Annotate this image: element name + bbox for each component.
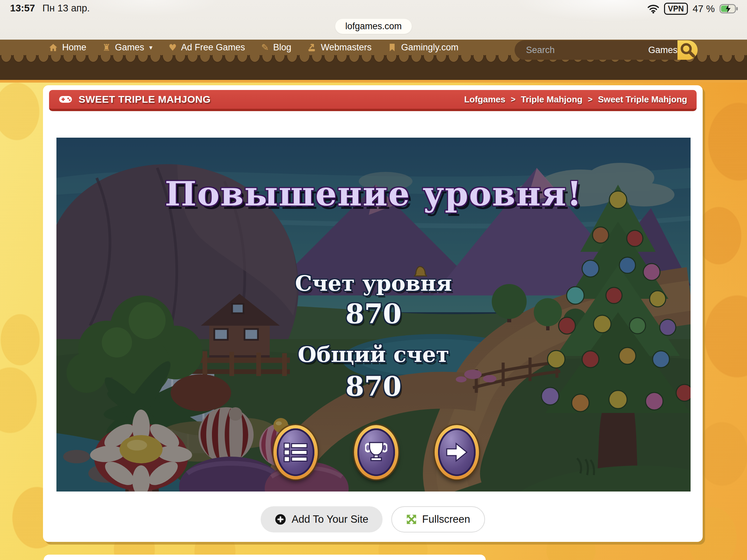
wifi-icon (647, 4, 659, 14)
search-input[interactable] (515, 40, 648, 60)
url-pill[interactable]: lofgames.com (335, 19, 412, 34)
orange-divider (0, 80, 747, 83)
breadcrumb-separator: > (588, 95, 592, 104)
fullscreen-label: Fullscreen (422, 513, 470, 526)
trophy-icon (365, 441, 387, 463)
nav-item-webmasters[interactable]: Webmasters (307, 42, 371, 53)
nav-label: Games (115, 42, 144, 53)
nav-item-gamingly[interactable]: Gamingly.com (388, 42, 459, 53)
status-right: VPN 47 % (647, 3, 738, 15)
nav-label: Blog (273, 42, 291, 53)
nav-label: Webmasters (321, 42, 371, 53)
breadcrumb-separator: > (511, 95, 516, 104)
upload-icon (307, 43, 316, 52)
nav-item-home[interactable]: Home (49, 42, 86, 53)
game-header: SWEET TRIPLE MAHJONG Lofgames > Triple M… (49, 90, 697, 111)
heart-icon: ♥ (169, 43, 177, 52)
status-left: 13:57 Пн 13 апр. (10, 3, 90, 14)
actions-row: Add To Your Site Fullscreen (43, 506, 703, 532)
achievements-button-face (357, 428, 395, 476)
levelup-title: Повышение уровня! (56, 174, 691, 214)
nav-item-blog[interactable]: ✎ Blog (261, 42, 291, 53)
game-viewport[interactable]: Повышение уровня! Счет уровня 870 Общий … (56, 138, 691, 491)
game-card: SWEET TRIPLE MAHJONG Lofgames > Triple M… (43, 85, 703, 542)
arrow-right-icon (446, 443, 467, 462)
status-bar: 13:57 Пн 13 апр. lofgames.com VPN 47 % (0, 0, 747, 39)
battery-charging-icon (719, 4, 738, 14)
gamepad-icon (58, 95, 73, 104)
game-header-left: SWEET TRIPLE MAHJONG (58, 94, 211, 105)
pencil-icon: ✎ (261, 43, 269, 52)
bookmark-icon (388, 43, 397, 52)
total-score-value: 870 (56, 371, 691, 402)
battery-percent: 47 % (693, 3, 715, 15)
nav-label: Gamingly.com (401, 42, 459, 53)
next-level-button-face (438, 428, 475, 476)
plus-circle-icon (275, 514, 286, 525)
game-menu-button-face (277, 428, 314, 476)
home-icon (49, 43, 58, 52)
add-to-your-site-label: Add To Your Site (291, 513, 368, 526)
next-content-card (44, 555, 486, 560)
list-menu-icon (283, 442, 308, 462)
next-level-button[interactable] (435, 425, 479, 479)
breadcrumb-current: Sweet Triple Mahjong (598, 94, 687, 105)
search-bar: Games (515, 40, 697, 60)
magnifier-icon (679, 42, 696, 58)
total-score-label: Общий счет (56, 342, 691, 367)
ipad-screen: 13:57 Пн 13 апр. lofgames.com VPN 47 % (0, 0, 747, 560)
chevron-down-icon: ▾ (149, 44, 153, 51)
breadcrumb-triple-mahjong[interactable]: Triple Mahjong (521, 94, 583, 105)
level-score-value: 870 (56, 298, 691, 330)
search-category-value: Games (648, 45, 677, 55)
search-button[interactable] (677, 40, 698, 60)
chess-rook-icon: ♜ (102, 43, 110, 52)
nav-item-ad-free-games[interactable]: ♥ Ad Free Games (169, 42, 245, 53)
nav-label: Home (62, 42, 86, 53)
breadcrumb: Lofgames > Triple Mahjong > Sweet Triple… (464, 94, 687, 105)
fullscreen-icon (406, 514, 417, 525)
achievements-button[interactable] (354, 425, 398, 479)
fullscreen-button[interactable]: Fullscreen (391, 506, 485, 532)
page-title: SWEET TRIPLE MAHJONG (79, 94, 211, 105)
nav-item-games[interactable]: ♜ Games ▾ (102, 42, 153, 53)
level-score-label: Счет уровня (56, 271, 691, 296)
game-menu-button[interactable] (274, 425, 318, 479)
vpn-badge: VPN (664, 3, 688, 15)
search-category-select[interactable]: Games (648, 40, 677, 60)
url-text: lofgames.com (345, 21, 402, 31)
breadcrumb-lofgames[interactable]: Lofgames (464, 94, 506, 105)
status-date: Пн 13 апр. (42, 3, 90, 14)
clock: 13:57 (10, 3, 35, 14)
nav-label: Ad Free Games (181, 42, 245, 53)
add-to-your-site-button[interactable]: Add To Your Site (261, 506, 383, 532)
